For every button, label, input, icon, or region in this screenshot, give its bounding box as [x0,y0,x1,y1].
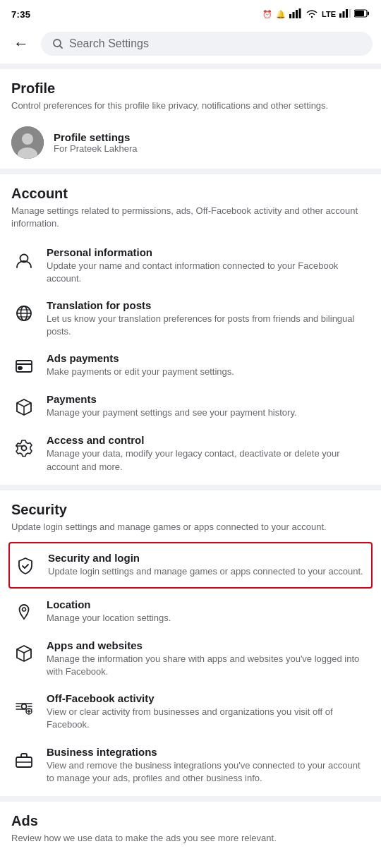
personal-information-item[interactable]: Personal information Update your name an… [11,239,370,292]
svg-rect-10 [368,12,369,16]
ads-section-title: Ads [11,813,370,829]
account-section-desc: Manage settings related to permissions, … [11,205,370,230]
svg-rect-9 [355,11,364,16]
section-divider-2 [0,485,381,490]
section-divider-1 [0,169,381,174]
payments-content: Payments Manage your payment settings an… [47,393,370,419]
search-input-placeholder: Search Settings [69,37,149,50]
ads-section-desc: Review how we use data to make the ads y… [11,832,370,845]
off-fb-icon-wrapper [11,694,37,719]
svg-rect-6 [346,9,348,18]
account-section: Account Manage settings related to permi… [0,174,381,485]
business-integrations-title: Business integrations [47,746,370,758]
svg-line-25 [17,403,24,406]
signal-icon [289,8,302,20]
profile-settings-content: Profile settings For Prateek Lakhera [54,131,370,154]
pin-icon [15,603,33,622]
svg-point-30 [23,608,26,611]
profile-settings-item[interactable]: Profile settings For Prateek Lakhera [11,121,370,169]
svg-rect-1 [293,12,295,18]
security-login-desc: Update login settings and manage games o… [48,565,368,578]
personal-info-content: Personal information Update your name an… [47,246,370,285]
business-integrations-item[interactable]: Business integrations View and remove th… [11,739,370,796]
battery-icon [354,9,370,19]
back-arrow-icon: ← [13,35,29,53]
profile-section-desc: Control preferences for this profile lik… [11,100,370,112]
personal-info-desc: Update your name and contact information… [47,260,370,285]
off-facebook-title: Off-Facebook activity [47,692,370,704]
off-facebook-activity-item[interactable]: Off-Facebook activity View or clear acti… [11,685,370,738]
access-control-item[interactable]: Access and control Manage your data, mod… [11,427,370,484]
signal-bars-icon [339,9,351,19]
ads-section-header: Ads Review how we use data to make the a… [0,802,381,864]
payments-title: Payments [47,393,370,405]
svg-rect-5 [343,11,345,18]
svg-rect-4 [339,13,341,18]
translation-posts-item[interactable]: Translation for posts Let us know your t… [11,292,370,345]
svg-rect-7 [349,9,351,18]
svg-line-32 [24,649,31,653]
svg-line-26 [24,403,31,406]
box2-icon-wrapper [11,641,37,666]
access-control-content: Access and control Manage your data, mod… [47,434,370,473]
briefcase-icon-wrapper [11,747,37,773]
box-icon-wrapper [11,394,37,420]
search-icon [52,38,64,49]
security-login-highlight-box: Security and login Update login settings… [8,542,373,589]
profile-section-header: Profile Control preferences for this pro… [0,69,381,169]
status-bar: 7:35 ⏰ 🔔 LTE [0,0,381,25]
account-section-header: Account Manage settings related to permi… [0,174,381,485]
shield-icon-wrapper [13,553,38,579]
location-title: Location [47,598,370,610]
payments-desc: Manage your payment settings and see you… [47,406,370,419]
svg-rect-24 [18,367,22,369]
svg-point-34 [22,704,27,709]
avatar [11,126,44,159]
search-input-wrapper[interactable]: Search Settings [41,32,373,56]
settings-gear-icon [15,439,33,457]
apps-websites-content: Apps and websites Manage the information… [47,639,370,678]
volume-icon: 🔔 [276,10,286,19]
payments-item[interactable]: Payments Manage your payment settings an… [11,386,370,427]
security-login-content: Security and login Update login settings… [48,552,368,578]
security-login-item[interactable]: Security and login Update login settings… [13,545,368,586]
off-fb-icon [15,697,33,716]
search-bar-container: ← Search Settings [0,25,381,64]
back-button[interactable]: ← [8,31,34,56]
apps-websites-desc: Manage the information you share with ap… [47,653,370,678]
access-control-desc: Manage your data, modify your legacy con… [47,447,370,473]
svg-rect-3 [299,8,301,18]
svg-point-14 [22,133,33,145]
alarm-icon: ⏰ [262,10,272,19]
svg-rect-0 [289,14,291,18]
wifi-icon [306,8,318,20]
card-icon-wrapper [11,354,37,379]
personal-info-title: Personal information [47,246,370,258]
status-time: 7:35 [11,9,30,20]
security-section: Security Update login settings and manag… [0,490,381,796]
ads-payments-content: Ads payments Make payments or edit your … [47,352,370,378]
person-icon-wrapper [11,248,37,273]
location-item[interactable]: Location Manage your location settings. [11,591,370,632]
off-facebook-desc: View or clear activity from businesses a… [47,706,370,731]
profile-settings-title: Profile settings [54,131,370,143]
box2-icon [15,644,33,663]
person-icon [15,251,33,270]
security-section-title: Security [11,502,370,518]
pin-icon-wrapper [11,600,37,625]
off-facebook-content: Off-Facebook activity View or clear acti… [47,692,370,731]
settings-gear-icon-wrapper [11,435,37,461]
briefcase-icon [15,751,33,769]
status-icons: ⏰ 🔔 LTE [262,8,370,20]
translation-posts-title: Translation for posts [47,299,370,311]
section-divider-top [0,64,381,69]
location-desc: Manage your location settings. [47,612,370,625]
svg-line-31 [17,649,24,653]
svg-rect-22 [16,361,32,372]
apps-websites-item[interactable]: Apps and websites Manage the information… [11,632,370,685]
translation-posts-content: Translation for posts Let us know your t… [47,299,370,338]
ads-payments-title: Ads payments [47,352,370,364]
apps-websites-title: Apps and websites [47,639,370,651]
ads-payments-item[interactable]: Ads payments Make payments or edit your … [11,345,370,386]
section-divider-3 [0,796,381,802]
